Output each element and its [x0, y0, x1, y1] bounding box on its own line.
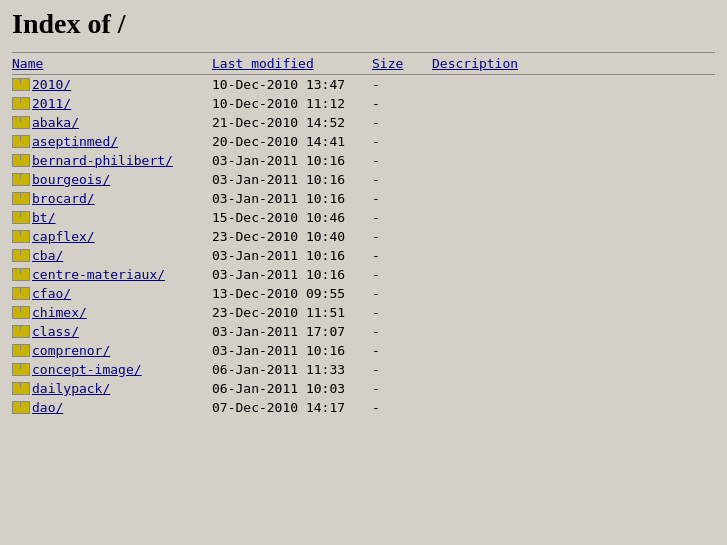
date-cell: 23-Dec-2010 11:51 — [212, 303, 372, 322]
size-cell: - — [372, 132, 432, 151]
table-row: comprenor/03-Jan-2011 10:16- — [12, 341, 715, 360]
sort-desc-link[interactable]: Description — [432, 56, 518, 71]
date-cell: 13-Dec-2010 09:55 — [212, 284, 372, 303]
table-row: dailypack/06-Jan-2011 10:03- — [12, 379, 715, 398]
directory-link[interactable]: bt/ — [32, 210, 55, 225]
date-cell: 06-Jan-2011 10:03 — [212, 379, 372, 398]
date-cell: 07-Dec-2010 14:17 — [212, 398, 372, 417]
directory-link[interactable]: cba/ — [32, 248, 63, 263]
date-cell: 03-Jan-2011 10:16 — [212, 265, 372, 284]
directory-link[interactable]: brocard/ — [32, 191, 95, 206]
directory-link[interactable]: 2010/ — [32, 77, 71, 92]
sort-date-link[interactable]: Last modified — [212, 56, 314, 71]
table-row: 2010/10-Dec-2010 13:47- — [12, 75, 715, 95]
directory-link[interactable]: comprenor/ — [32, 343, 110, 358]
directory-link[interactable]: capflex/ — [32, 229, 95, 244]
folder-icon — [12, 268, 28, 281]
date-cell: 20-Dec-2010 14:41 — [212, 132, 372, 151]
description-cell — [432, 189, 715, 208]
directory-listing: Name Last modified Size Description 2010… — [12, 52, 715, 417]
directory-link[interactable]: bourgeois/ — [32, 172, 110, 187]
table-row: capflex/23-Dec-2010 10:40- — [12, 227, 715, 246]
folder-icon — [12, 306, 28, 319]
date-cell: 03-Jan-2011 10:16 — [212, 151, 372, 170]
folder-icon — [12, 363, 28, 376]
folder-icon — [12, 325, 28, 338]
table-row: concept-image/06-Jan-2011 11:33- — [12, 360, 715, 379]
date-cell: 15-Dec-2010 10:46 — [212, 208, 372, 227]
table-row: bourgeois/03-Jan-2011 10:16- — [12, 170, 715, 189]
directory-link[interactable]: centre-materiaux/ — [32, 267, 165, 282]
folder-icon — [12, 192, 28, 205]
date-cell: 03-Jan-2011 10:16 — [212, 170, 372, 189]
size-cell: - — [372, 398, 432, 417]
size-cell: - — [372, 246, 432, 265]
folder-icon — [12, 116, 28, 129]
directory-link[interactable]: cfao/ — [32, 286, 71, 301]
description-cell — [432, 132, 715, 151]
sort-name-link[interactable]: Name — [12, 56, 43, 71]
size-cell: - — [372, 341, 432, 360]
size-cell: - — [372, 208, 432, 227]
description-cell — [432, 284, 715, 303]
size-cell: - — [372, 303, 432, 322]
date-cell: 10-Dec-2010 11:12 — [212, 94, 372, 113]
table-row: bernard-philibert/03-Jan-2011 10:16- — [12, 151, 715, 170]
table-row: 2011/10-Dec-2010 11:12- — [12, 94, 715, 113]
description-cell — [432, 94, 715, 113]
directory-link[interactable]: dailypack/ — [32, 381, 110, 396]
folder-icon — [12, 135, 28, 148]
description-cell — [432, 246, 715, 265]
table-row: centre-materiaux/03-Jan-2011 10:16- — [12, 265, 715, 284]
folder-icon — [12, 249, 28, 262]
date-cell: 03-Jan-2011 17:07 — [212, 322, 372, 341]
description-cell — [432, 227, 715, 246]
table-row: cfao/13-Dec-2010 09:55- — [12, 284, 715, 303]
size-cell: - — [372, 189, 432, 208]
date-cell: 23-Dec-2010 10:40 — [212, 227, 372, 246]
table-row: chimex/23-Dec-2010 11:51- — [12, 303, 715, 322]
date-cell: 03-Jan-2011 10:16 — [212, 341, 372, 360]
description-cell — [432, 360, 715, 379]
size-cell: - — [372, 322, 432, 341]
folder-icon — [12, 287, 28, 300]
directory-link[interactable]: chimex/ — [32, 305, 87, 320]
date-cell: 06-Jan-2011 11:33 — [212, 360, 372, 379]
directory-link[interactable]: aseptinmed/ — [32, 134, 118, 149]
folder-icon — [12, 211, 28, 224]
table-row: dao/07-Dec-2010 14:17- — [12, 398, 715, 417]
description-cell — [432, 379, 715, 398]
description-cell — [432, 265, 715, 284]
description-cell — [432, 151, 715, 170]
size-cell: - — [372, 360, 432, 379]
date-cell: 03-Jan-2011 10:16 — [212, 189, 372, 208]
description-cell — [432, 208, 715, 227]
table-row: class/03-Jan-2011 17:07- — [12, 322, 715, 341]
date-cell: 21-Dec-2010 14:52 — [212, 113, 372, 132]
size-cell: - — [372, 94, 432, 113]
directory-link[interactable]: concept-image/ — [32, 362, 142, 377]
description-cell — [432, 303, 715, 322]
folder-icon — [12, 154, 28, 167]
directory-link[interactable]: 2011/ — [32, 96, 71, 111]
table-row: bt/15-Dec-2010 10:46- — [12, 208, 715, 227]
description-cell — [432, 75, 715, 95]
table-row: abaka/21-Dec-2010 14:52- — [12, 113, 715, 132]
sort-size-link[interactable]: Size — [372, 56, 403, 71]
directory-link[interactable]: dao/ — [32, 400, 63, 415]
description-cell — [432, 113, 715, 132]
folder-icon — [12, 382, 28, 395]
size-cell: - — [372, 284, 432, 303]
folder-icon — [12, 173, 28, 186]
size-cell: - — [372, 75, 432, 95]
size-cell: - — [372, 151, 432, 170]
table-row: cba/03-Jan-2011 10:16- — [12, 246, 715, 265]
table-row: aseptinmed/20-Dec-2010 14:41- — [12, 132, 715, 151]
table-row: brocard/03-Jan-2011 10:16- — [12, 189, 715, 208]
folder-icon — [12, 230, 28, 243]
directory-link[interactable]: class/ — [32, 324, 79, 339]
directory-link[interactable]: abaka/ — [32, 115, 79, 130]
description-cell — [432, 341, 715, 360]
directory-link[interactable]: bernard-philibert/ — [32, 153, 173, 168]
size-cell: - — [372, 265, 432, 284]
